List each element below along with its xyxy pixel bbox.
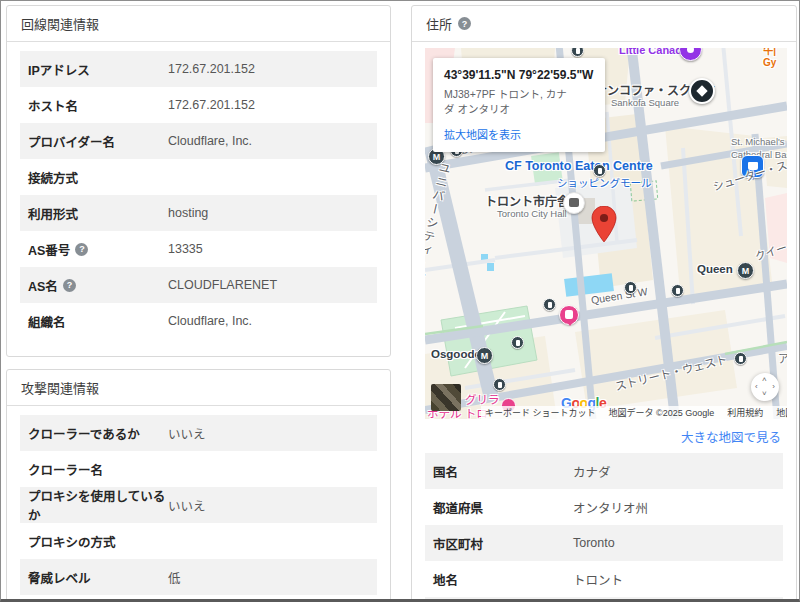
row-label-text: ホスト名 — [28, 96, 78, 115]
row-label-text: プロバイダー名 — [28, 132, 115, 151]
map-data-attribution: 地図データ ©2025 Google — [609, 406, 715, 419]
subway-station-icon[interactable]: M — [737, 262, 754, 279]
transit-stop-icon[interactable] — [624, 281, 637, 294]
row-label-text: クローラー名 — [28, 460, 103, 479]
info-window-coordinates: 43°39'11.5"N 79°22'59.5"W — [444, 68, 594, 82]
table-row: 地名 トロント — [425, 561, 783, 597]
table-row: IPアドレス 172.67.201.152 — [20, 51, 377, 87]
page: { "colors": { "link_blue": "#1a73e8", "v… — [0, 0, 800, 602]
row-label: 組織名 — [28, 312, 168, 331]
row-label: 国名 — [433, 462, 573, 481]
report-map-error-link[interactable]: 地図の誤りを報告する — [776, 406, 787, 419]
row-label: AS名 ? — [28, 276, 168, 295]
poi-label-city-hall-ja: トロント市庁舎 — [485, 192, 569, 209]
row-value: Toronto — [573, 536, 615, 550]
table-row: 利用形式 hosting — [20, 195, 377, 231]
map-pan-control[interactable]: ˄˅‹› — [751, 373, 779, 401]
view-larger-map-link[interactable]: 拡大地図を表示 — [444, 126, 594, 142]
row-value: カナダ — [573, 462, 611, 481]
row-label-text: 接続方式 — [28, 168, 78, 187]
row-label-text: 脅威レベル — [28, 568, 91, 587]
row-label: クローラーであるか — [28, 424, 168, 443]
city-hall-poi-icon[interactable] — [563, 192, 585, 214]
poi-label-city-hall-en: Toronto City Hall — [497, 208, 567, 219]
transit-stop-icon[interactable] — [671, 284, 684, 297]
row-label: AS番号 ? — [28, 240, 168, 259]
row-label: 都道府県 — [433, 498, 573, 517]
help-icon[interactable]: ? — [63, 279, 76, 292]
streetcar-stop-icon[interactable] — [559, 305, 579, 325]
row-label-text: クローラーであるか — [28, 424, 140, 443]
table-row-partial — [425, 597, 783, 602]
row-label-text: 地名 — [433, 570, 458, 589]
row-label: プロキシを使用しているか — [28, 486, 168, 524]
table-row: 国名 カナダ — [425, 453, 783, 489]
table-row: AS名 ? CLOUDFLARENET — [20, 267, 377, 303]
row-value: いいえ — [168, 424, 206, 443]
row-value: 172.67.201.152 — [168, 98, 255, 112]
poi-label-restaurant: 牛| Gy — [763, 48, 776, 69]
row-label: 市区町村 — [433, 534, 573, 553]
table-row: AS番号 ? 13335 — [20, 231, 377, 267]
row-label: プロキシの方式 — [28, 532, 168, 551]
table-row: プロバイダー名 Cloudflare, Inc. — [20, 123, 377, 159]
card-title: 回線関連情報 — [21, 14, 99, 33]
google-map-embed[interactable]: Little Canada 牛| Gy サンコファ・スクエア Sankofa S… — [425, 48, 787, 419]
row-value: オンタリオ州 — [573, 498, 648, 517]
row-label-text: 都道府県 — [433, 498, 483, 517]
row-label-text: 市区町村 — [433, 534, 483, 553]
row-label-text: プロキシを使用しているか — [28, 486, 168, 524]
row-label: IPアドレス — [28, 60, 168, 79]
row-label: プロバイダー名 — [28, 132, 168, 151]
transit-stop-icon[interactable] — [593, 164, 606, 177]
table-row: 組織名 Cloudflare, Inc. — [20, 303, 377, 339]
row-value: Cloudflare, Inc. — [168, 314, 252, 328]
transit-stop-icon[interactable] — [493, 378, 506, 391]
subway-station-icon[interactable]: M — [476, 347, 493, 364]
table-row: 市区町村 Toronto — [425, 525, 783, 561]
table-row: ホスト名 172.67.201.152 — [20, 87, 377, 123]
row-label-text: 組織名 — [28, 312, 66, 331]
row-label-text: プロキシの方式 — [28, 532, 116, 551]
address-card: 住所 ? — [411, 5, 797, 602]
line-info-table: IPアドレス 172.67.201.152 ホスト名 172.67.201.15… — [7, 42, 390, 351]
terms-link[interactable]: 利用規約 — [727, 406, 763, 419]
row-label: ホスト名 — [28, 96, 168, 115]
help-icon[interactable]: ? — [75, 243, 88, 256]
line-info-card: 回線関連情報 IPアドレス 172.67.201.152 ホスト名 172.67… — [6, 5, 391, 357]
keyboard-shortcuts-button[interactable]: キーボード ショートカット — [485, 406, 596, 419]
help-icon[interactable]: ? — [458, 17, 471, 30]
location-pin-icon[interactable] — [591, 206, 617, 242]
row-value: いいえ — [168, 496, 206, 515]
address-table: 国名 カナダ 都道府県 オンタリオ州 市区町村 — [425, 453, 783, 597]
poi-label-sankofa-square-en: Sankofa Square — [611, 97, 679, 108]
street-view-thumbnail[interactable] — [431, 384, 461, 411]
row-label: 利用形式 — [28, 204, 168, 223]
row-label: 接続方式 — [28, 168, 168, 187]
table-row: 接続方式 — [20, 159, 377, 195]
transit-stop-icon[interactable] — [734, 352, 747, 365]
poi-label-eaton-centre-sub: ショッピングモール — [557, 175, 652, 190]
row-value: CLOUDFLARENET — [168, 278, 277, 292]
table-row: クローラーであるか いいえ — [20, 415, 377, 451]
row-label-text: 国名 — [433, 462, 458, 481]
street-label-clipped: ア — [778, 350, 787, 366]
row-label-text: 利用形式 — [28, 204, 78, 223]
card-title: 住所 — [426, 14, 452, 33]
table-row: クローラー名 — [20, 451, 377, 487]
card-title: 攻撃関連情報 — [21, 378, 99, 397]
table-row: 都道府県 オンタリオ州 — [425, 489, 783, 525]
row-label-text: AS番号 — [28, 240, 70, 259]
row-value: Cloudflare, Inc. — [168, 134, 252, 148]
address-card-header: 住所 ? — [412, 6, 796, 42]
poi-label-eaton-centre: CF Toronto Eaton Centre — [505, 159, 653, 173]
station-label-osgoode: Osgoode — [431, 348, 481, 360]
poi-label-little-canada: Little Canada — [619, 48, 688, 56]
transit-stop-icon[interactable] — [511, 336, 524, 349]
transit-stop-icon[interactable] — [543, 298, 556, 311]
info-window-address: MJ38+7PF トロント, カナダ オンタリオ — [444, 87, 572, 117]
row-value: トロント — [573, 570, 623, 589]
view-bigger-map-link[interactable]: 大きな地図で見る — [427, 427, 781, 446]
row-value: 172.67.201.152 — [168, 62, 255, 76]
sankofa-square-poi-icon[interactable] — [689, 78, 715, 104]
